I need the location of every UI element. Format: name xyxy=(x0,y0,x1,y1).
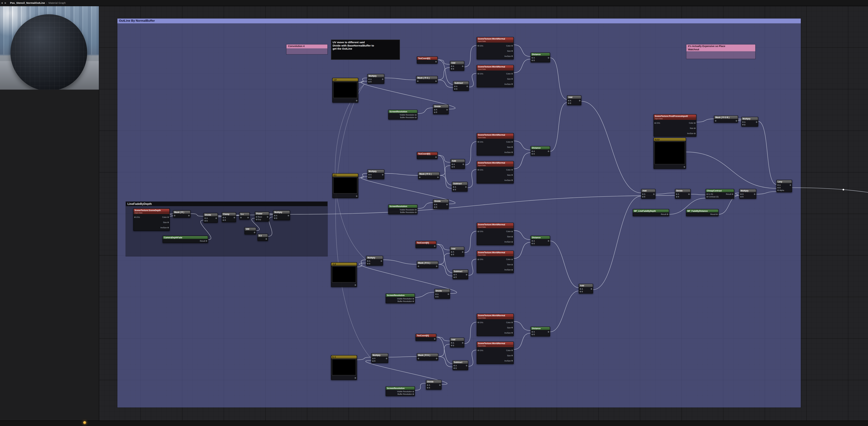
output-pin[interactable] xyxy=(434,338,435,339)
input-pin[interactable] xyxy=(532,57,533,59)
input-pin[interactable] xyxy=(256,216,257,218)
node-c3v[interactable]: 0,0,0 xyxy=(654,138,686,169)
output-pin[interactable] xyxy=(511,50,513,52)
node-st1b[interactable]: SceneTexture:WorldNormalInput DataUVsCol… xyxy=(477,65,514,88)
input-pin[interactable] xyxy=(434,204,435,205)
output-pin[interactable] xyxy=(206,240,207,241)
output-pin[interactable] xyxy=(188,215,190,216)
input-pin[interactable] xyxy=(477,231,479,232)
output-pin[interactable] xyxy=(247,217,249,218)
node-st2a[interactable]: SceneTexture:WorldNormalInput DataUVsCol… xyxy=(477,133,514,156)
input-pin[interactable] xyxy=(568,102,569,104)
output-pin[interactable] xyxy=(466,274,467,275)
output-pin[interactable] xyxy=(466,365,467,366)
node-mflf[interactable]: CameraDepthFadeResult xyxy=(162,236,208,243)
node-std[interactable]: SceneTexture:SceneDepthInput DataUVsColo… xyxy=(133,208,170,231)
output-pin[interactable] xyxy=(288,215,289,216)
input-pin[interactable] xyxy=(477,322,479,323)
input-pin[interactable] xyxy=(454,86,456,87)
output-pin[interactable] xyxy=(716,214,717,215)
input-pin[interactable] xyxy=(205,218,206,219)
node-c3[interactable]: -1,0 xyxy=(331,262,357,287)
output-pin[interactable] xyxy=(215,218,217,219)
input-pin[interactable] xyxy=(707,196,708,197)
node-st3b[interactable]: SceneTexture:WorldNormalInput DataUVsCol… xyxy=(477,251,514,273)
input-pin[interactable] xyxy=(580,288,581,290)
output-pin[interactable] xyxy=(511,350,513,351)
output-pin[interactable] xyxy=(511,231,513,232)
output-pin[interactable] xyxy=(412,393,414,395)
input-pin[interactable] xyxy=(777,185,779,186)
input-pin[interactable] xyxy=(676,193,677,195)
input-pin[interactable] xyxy=(477,169,479,170)
node-krgb[interactable]: Mask ( R G B ) xyxy=(714,116,738,123)
output-pin[interactable] xyxy=(446,204,448,205)
input-pin[interactable] xyxy=(654,122,656,124)
input-pin[interactable] xyxy=(453,189,454,190)
input-pin[interactable] xyxy=(434,206,435,208)
input-pin[interactable] xyxy=(532,153,533,155)
output-pin[interactable] xyxy=(435,157,437,158)
node-tc2[interactable]: TexCoord[0] xyxy=(417,152,438,159)
output-pin[interactable] xyxy=(548,240,549,241)
node-c2[interactable]: 0,1 xyxy=(332,173,358,198)
output-pin[interactable] xyxy=(736,120,737,122)
output-pin[interactable] xyxy=(462,251,463,253)
input-pin[interactable] xyxy=(568,100,569,101)
input-pin[interactable] xyxy=(452,164,453,165)
input-pin[interactable] xyxy=(777,190,779,191)
input-pin[interactable] xyxy=(477,141,479,142)
output-pin[interactable] xyxy=(511,73,513,74)
node-k1[interactable]: Mask ( R G ) xyxy=(416,76,438,83)
input-pin[interactable] xyxy=(642,193,644,195)
node-m4[interactable]: MultiplyAB xyxy=(371,353,388,363)
input-pin[interactable] xyxy=(134,217,136,218)
node-d1[interactable]: DivideAB xyxy=(433,105,449,114)
node-clf[interactable]: ClampAB xyxy=(222,212,236,222)
input-pin[interactable] xyxy=(418,266,419,267)
node-cl1[interactable]: 100 xyxy=(244,227,256,234)
output-pin[interactable] xyxy=(462,66,463,67)
node-aall[interactable]: AddAB xyxy=(641,189,655,199)
output-pin[interactable] xyxy=(167,222,169,223)
output-pin[interactable] xyxy=(462,164,464,165)
node-ds4[interactable]: DistanceAB xyxy=(531,327,550,336)
input-pin[interactable] xyxy=(240,217,242,218)
input-pin[interactable] xyxy=(676,196,677,197)
input-pin[interactable] xyxy=(477,45,479,46)
input-pin[interactable] xyxy=(451,342,453,343)
node-a1[interactable]: AddAB xyxy=(450,61,464,71)
input-pin[interactable] xyxy=(368,176,370,178)
input-pin[interactable] xyxy=(419,176,421,178)
output-pin[interactable] xyxy=(511,169,513,170)
output-pin[interactable] xyxy=(415,117,416,118)
output-pin[interactable] xyxy=(511,146,513,148)
input-pin[interactable] xyxy=(372,360,374,362)
node-a2[interactable]: AddAB xyxy=(451,159,465,169)
output-pin[interactable] xyxy=(511,141,513,142)
output-pin[interactable] xyxy=(466,86,468,87)
node-sr1[interactable]: ScreenResolutionVisible ResolutionBuffer… xyxy=(388,110,417,120)
node-s4[interactable]: SubtractAB xyxy=(453,360,468,370)
output-pin[interactable] xyxy=(356,100,357,101)
output-pin[interactable] xyxy=(415,211,416,213)
output-pin[interactable] xyxy=(412,301,414,302)
input-pin[interactable] xyxy=(435,296,437,297)
output-pin[interactable] xyxy=(356,195,357,197)
output-pin[interactable] xyxy=(732,193,733,195)
output-pin[interactable] xyxy=(412,391,414,392)
output-pin[interactable] xyxy=(412,298,414,299)
node-ds3[interactable]: DistanceAB xyxy=(531,236,550,245)
input-pin[interactable] xyxy=(367,263,369,264)
output-pin[interactable] xyxy=(694,122,695,124)
node-sr3[interactable]: ScreenResolutionVisible ResolutionBuffer… xyxy=(385,293,415,303)
node-s3[interactable]: SubtractAB xyxy=(453,269,468,280)
output-pin[interactable] xyxy=(511,179,513,181)
output-pin[interactable] xyxy=(790,185,791,186)
output-pin[interactable] xyxy=(511,269,513,270)
output-pin[interactable] xyxy=(436,358,437,359)
output-pin[interactable] xyxy=(688,193,689,195)
input-pin[interactable] xyxy=(274,218,276,219)
input-pin[interactable] xyxy=(532,240,533,241)
input-pin[interactable] xyxy=(532,243,533,244)
